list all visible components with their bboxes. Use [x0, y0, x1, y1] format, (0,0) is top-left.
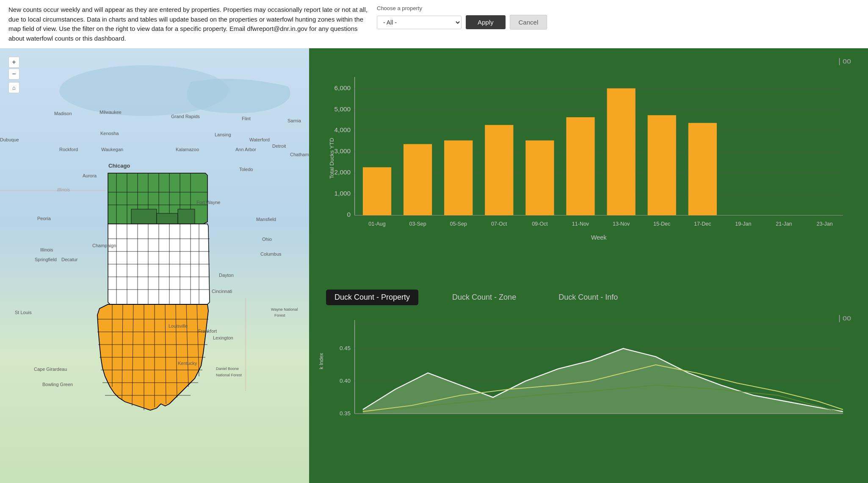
- tab-duck-count-property[interactable]: Duck Count - Property: [326, 290, 418, 305]
- svg-text:Kalamazoo: Kalamazoo: [176, 147, 199, 152]
- bottom-y-label: k Index: [318, 353, 324, 370]
- description-text: New counts occur weekly and will appear …: [8, 5, 368, 43]
- cancel-button[interactable]: Cancel: [510, 15, 547, 30]
- svg-text:21-Jan: 21-Jan: [776, 221, 792, 227]
- svg-text:5,000: 5,000: [334, 105, 351, 113]
- tab-zone-label: Duck Count - Zone: [452, 293, 516, 301]
- svg-text:Decatur: Decatur: [61, 257, 78, 262]
- svg-text:Mansfield: Mansfield: [256, 217, 276, 222]
- svg-text:Madison: Madison: [54, 111, 72, 116]
- svg-text:Louisville: Louisville: [169, 323, 188, 328]
- svg-text:13-Nov: 13-Nov: [613, 221, 630, 227]
- chart-area: Total Ducks YTD 0 1,000: [330, 57, 851, 260]
- svg-text:Columbus: Columbus: [260, 251, 282, 257]
- map-controls: + − ⌂: [8, 57, 19, 93]
- bar-chart-svg: 0 1,000 2,000 3,000 4,000 5,000 6,000: [330, 57, 851, 260]
- svg-text:Milwaukee: Milwaukee: [100, 110, 122, 115]
- svg-rect-13: [178, 209, 195, 224]
- svg-rect-12: [157, 213, 178, 224]
- svg-rect-11: [131, 209, 157, 224]
- bottom-chart-section: | oo k Index 0.35 0.40 0.45: [309, 309, 868, 483]
- svg-rect-103: [444, 141, 473, 215]
- main-content: Madison Milwaukee Grand Rapids Flint Sar…: [0, 48, 868, 483]
- svg-text:Frankfort: Frankfort: [198, 328, 217, 334]
- tab-duck-count-zone[interactable]: Duck Count - Zone: [444, 290, 525, 305]
- map-container: Madison Milwaukee Grand Rapids Flint Sar…: [0, 48, 309, 483]
- svg-text:Daniel Boone: Daniel Boone: [216, 367, 239, 371]
- bottom-chart-area: k Index 0.35 0.40 0.45: [330, 314, 851, 432]
- svg-text:0: 0: [347, 211, 351, 218]
- svg-text:0.45: 0.45: [340, 345, 351, 351]
- indiana-map-svg: Madison Milwaukee Grand Rapids Flint Sar…: [0, 48, 309, 483]
- svg-text:Kenosha: Kenosha: [100, 131, 119, 136]
- bottom-chart-svg: 0.35 0.40 0.45: [330, 314, 851, 432]
- home-button[interactable]: ⌂: [8, 82, 19, 93]
- svg-text:Fort Wayne: Fort Wayne: [196, 200, 220, 205]
- svg-rect-102: [404, 144, 432, 215]
- svg-text:Forest: Forest: [274, 313, 285, 317]
- svg-text:Detroit: Detroit: [272, 144, 286, 149]
- svg-text:15-Dec: 15-Dec: [653, 221, 670, 227]
- svg-text:Toledo: Toledo: [239, 167, 253, 172]
- tabs-row: Duck Count - Property Duck Count - Zone …: [309, 285, 868, 309]
- svg-text:Aurora: Aurora: [83, 173, 97, 178]
- svg-text:19-Jan: 19-Jan: [735, 221, 751, 227]
- svg-text:Chicago: Chicago: [108, 163, 130, 169]
- svg-text:01-Aug: 01-Aug: [368, 221, 385, 227]
- svg-text:Wayne National: Wayne National: [271, 307, 298, 312]
- zoom-out-button[interactable]: −: [8, 69, 19, 80]
- svg-rect-104: [485, 125, 513, 215]
- svg-rect-107: [607, 88, 635, 215]
- chart-section: | oo Total Ducks YTD: [309, 48, 868, 285]
- top-controls: Choose a property - All - Apply Cancel: [377, 5, 547, 30]
- svg-text:St Louis: St Louis: [15, 310, 32, 315]
- svg-rect-105: [525, 141, 554, 215]
- svg-text:Peoria: Peoria: [37, 216, 51, 221]
- svg-text:Lexington: Lexington: [213, 335, 233, 340]
- tab-duck-count-info[interactable]: Duck Count - Info: [550, 290, 626, 305]
- svg-text:Waterford: Waterford: [249, 137, 270, 142]
- svg-text:National Forest: National Forest: [216, 373, 242, 377]
- svg-text:Chatham: Chatham: [290, 152, 309, 157]
- svg-text:4,000: 4,000: [334, 127, 351, 134]
- svg-text:Dubuque: Dubuque: [0, 137, 19, 142]
- svg-text:Grand Rapids: Grand Rapids: [171, 114, 200, 119]
- svg-text:Rockford: Rockford: [59, 147, 78, 152]
- svg-text:Kentucky: Kentucky: [178, 361, 197, 366]
- svg-text:3,000: 3,000: [334, 147, 351, 155]
- svg-text:1,000: 1,000: [334, 190, 351, 197]
- svg-rect-106: [566, 117, 594, 215]
- chart-y-label: Total Ducks YTD: [329, 138, 335, 179]
- svg-text:Ohio: Ohio: [262, 237, 272, 242]
- svg-text:0.35: 0.35: [340, 410, 351, 417]
- svg-text:Waukegan: Waukegan: [101, 147, 123, 152]
- svg-text:Illinois: Illinois: [40, 247, 53, 252]
- svg-text:Cape Girardeau: Cape Girardeau: [34, 367, 67, 372]
- svg-text:6,000: 6,000: [334, 84, 351, 91]
- svg-text:Champaign: Champaign: [92, 243, 116, 248]
- description-content: New counts occur weekly and will appear …: [8, 6, 368, 42]
- zoom-in-button[interactable]: +: [8, 57, 19, 68]
- svg-rect-101: [363, 167, 391, 215]
- svg-text:23-Jan: 23-Jan: [816, 221, 832, 227]
- svg-text:Cincinnati: Cincinnati: [212, 289, 232, 294]
- svg-text:07-Oct: 07-Oct: [491, 221, 507, 227]
- svg-text:Sarnia: Sarnia: [287, 118, 301, 123]
- svg-text:05-Sep: 05-Sep: [450, 221, 467, 227]
- svg-text:2,000: 2,000: [334, 168, 351, 176]
- choose-label: Choose a property: [377, 5, 547, 11]
- apply-button[interactable]: Apply: [466, 15, 506, 29]
- svg-text:09-Oct: 09-Oct: [532, 221, 548, 227]
- svg-text:Illinois: Illinois: [57, 187, 70, 192]
- svg-rect-109: [688, 123, 717, 215]
- svg-text:11-Nov: 11-Nov: [572, 221, 589, 227]
- svg-text:Lansing: Lansing: [215, 132, 231, 137]
- svg-rect-108: [648, 115, 676, 215]
- svg-text:Flint: Flint: [242, 116, 251, 121]
- svg-text:0.40: 0.40: [340, 378, 351, 384]
- svg-text:Ann Arbor: Ann Arbor: [235, 147, 256, 152]
- right-panel: | oo Total Ducks YTD: [309, 48, 868, 483]
- svg-text:Springfield: Springfield: [35, 257, 57, 262]
- top-bar: New counts occur weekly and will appear …: [0, 0, 868, 48]
- property-select[interactable]: - All -: [377, 16, 462, 29]
